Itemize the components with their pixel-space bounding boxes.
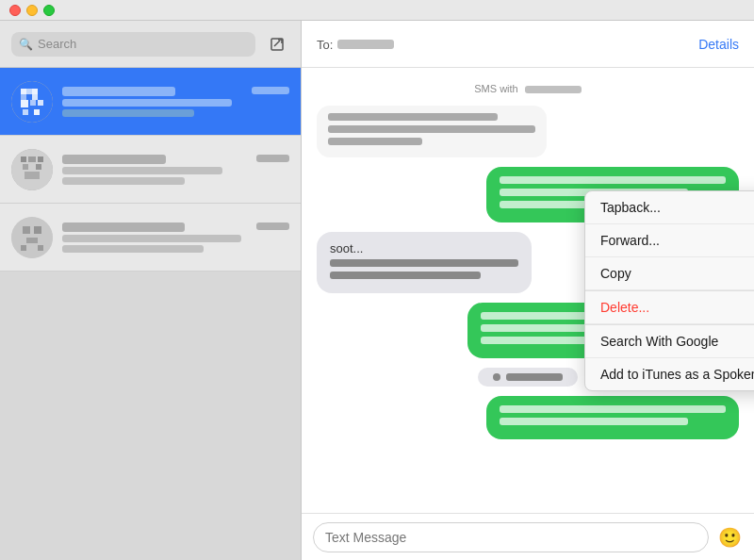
emoji-button[interactable]: 🙂: [716, 524, 743, 551]
menu-item-search-google[interactable]: Search With Google: [585, 325, 754, 358]
conv-preview-2: [62, 167, 222, 174]
avatar-1: [11, 81, 53, 123]
svg-rect-21: [25, 172, 40, 179]
details-button[interactable]: Details: [698, 37, 739, 52]
menu-item-copy[interactable]: Copy: [585, 257, 754, 290]
context-menu: Tapback... Forward... Copy Delete... Sea…: [584, 190, 754, 391]
conv-time-2: [256, 155, 289, 162]
conv-preview2-3: [62, 245, 204, 253]
sidebar-toolbar: 🔍 Search: [0, 21, 301, 68]
conv-name-row-1: [62, 87, 289, 96]
msg-row-1: [317, 106, 739, 157]
conv-content-1: [62, 87, 289, 117]
close-button[interactable]: [9, 5, 21, 16]
message-input-bar: 🙂: [302, 513, 754, 560]
conv-name-1: [62, 87, 175, 96]
conv-content-3: [62, 222, 289, 253]
menu-item-itunes[interactable]: Add to iTunes as a Spoken Track: [585, 358, 754, 390]
menu-item-delete[interactable]: Delete...: [585, 291, 754, 324]
bubble-2-line-1: [500, 176, 726, 184]
conv-name-2: [62, 155, 166, 164]
fullscreen-button[interactable]: [43, 5, 55, 16]
conversation-item-1[interactable]: [0, 68, 301, 136]
svg-rect-5: [21, 89, 26, 94]
compose-button[interactable]: [265, 32, 289, 57]
conversation-item-2[interactable]: [0, 136, 301, 204]
svg-rect-26: [21, 245, 26, 251]
traffic-lights: [9, 5, 55, 16]
svg-rect-20: [36, 164, 41, 170]
bubble-5-dot: [493, 373, 500, 381]
bubble-1-line-1: [328, 113, 498, 121]
bubble-1-line-3: [328, 138, 422, 145]
menu-item-tapback[interactable]: Tapback...: [585, 191, 754, 224]
messages-container: SMS with: [302, 68, 754, 513]
menu-item-forward[interactable]: Forward...: [585, 224, 754, 257]
sidebar-empty-area: [0, 272, 301, 560]
bubble-1: [317, 106, 547, 157]
svg-rect-18: [38, 156, 43, 162]
bubble-6-line-1: [500, 405, 726, 413]
svg-rect-17: [28, 156, 36, 162]
avatar-icon-3: [11, 217, 53, 258]
minimize-button[interactable]: [26, 5, 38, 16]
conv-preview2-2: [62, 177, 185, 185]
bubble-3-text-partial: soot...: [330, 241, 518, 255]
svg-rect-23: [23, 226, 30, 234]
conv-time-3: [256, 222, 289, 230]
svg-rect-16: [21, 156, 26, 162]
to-label: To:: [317, 38, 333, 52]
conversation-item-3[interactable]: [0, 204, 301, 272]
svg-rect-13: [23, 109, 28, 115]
svg-rect-25: [26, 238, 38, 243]
svg-rect-10: [21, 100, 28, 107]
bubble-6: [486, 396, 739, 439]
title-bar: [0, 0, 754, 21]
conv-name-3: [62, 222, 185, 232]
conv-preview-3: [62, 235, 241, 242]
bubble-5: [478, 368, 578, 387]
bubble-5-line: [506, 373, 563, 381]
svg-rect-12: [38, 100, 43, 106]
search-placeholder-text: Search: [38, 37, 76, 51]
conv-time-1: [252, 87, 289, 94]
svg-rect-24: [34, 226, 41, 234]
search-icon: 🔍: [19, 38, 33, 51]
svg-rect-9: [32, 94, 38, 100]
to-field: To:: [317, 36, 394, 53]
sidebar: 🔍 Search: [0, 21, 302, 560]
compose-icon: [270, 37, 285, 52]
svg-rect-11: [30, 100, 36, 106]
avatar-3: [11, 217, 53, 258]
avatar-icon-2: [11, 149, 53, 190]
conv-name-row-3: [62, 222, 289, 232]
conv-name-row-2: [62, 155, 289, 164]
message-area: To: Details SMS with: [302, 21, 754, 560]
message-input-field[interactable]: [313, 522, 709, 552]
search-bar[interactable]: 🔍 Search: [11, 32, 255, 57]
bubble-6-line-2: [500, 418, 688, 425]
sms-contact-blurred: [525, 86, 582, 93]
svg-rect-19: [23, 164, 28, 170]
svg-line-1: [274, 41, 280, 46]
bubble-3-line-2: [330, 272, 481, 279]
main-container: 🔍 Search: [0, 21, 754, 560]
svg-rect-8: [21, 94, 26, 100]
avatar-2: [11, 149, 53, 190]
conv-preview-1: [62, 99, 232, 107]
svg-point-15: [11, 149, 53, 190]
bubble-3[interactable]: soot...: [317, 232, 532, 293]
bubble-3-line-1: [330, 259, 518, 267]
recipient-name: [337, 40, 394, 49]
svg-rect-27: [38, 245, 43, 251]
message-header: To: Details: [302, 21, 754, 68]
conv-preview2-1: [62, 109, 194, 117]
svg-rect-14: [34, 109, 40, 115]
svg-rect-7: [32, 89, 38, 94]
svg-rect-6: [26, 89, 32, 94]
msg-row-6: [317, 396, 739, 439]
bubble-1-line-2: [328, 125, 535, 133]
sms-label: SMS with: [317, 83, 739, 94]
avatar-icon-1: [11, 81, 53, 123]
conv-content-2: [62, 155, 289, 185]
